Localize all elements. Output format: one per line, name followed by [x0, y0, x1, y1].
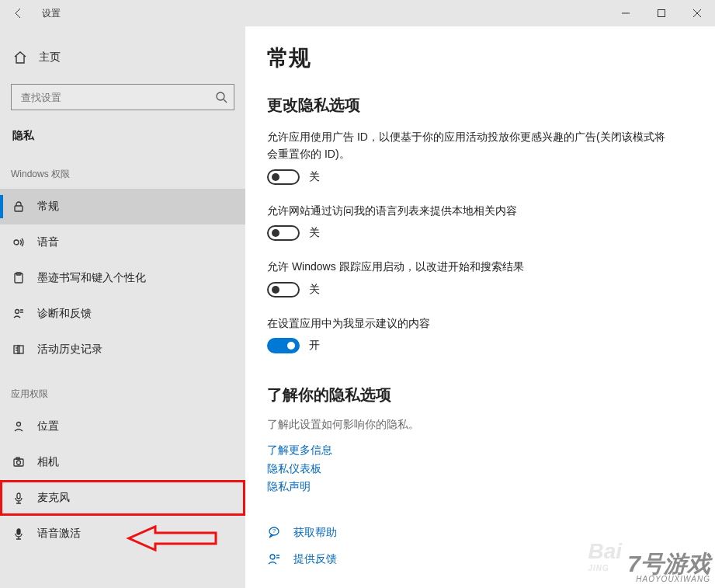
feedback-icon	[267, 552, 281, 566]
camera-icon	[12, 456, 25, 468]
home-button[interactable]: 主页	[0, 42, 245, 73]
svg-rect-11	[14, 346, 19, 353]
search-box[interactable]	[11, 84, 234, 110]
nav-label: 麦克风	[37, 491, 70, 505]
nav-label: 诊断和反馈	[37, 307, 92, 321]
help-icon: ?	[267, 526, 281, 540]
nav-item-diagnostics[interactable]: 诊断和反馈	[0, 296, 245, 332]
window-controls	[608, 0, 715, 26]
privacy-option: 允许网站通过访问我的语言列表来提供本地相关内容关	[267, 202, 671, 241]
page-title: 常规	[267, 43, 715, 73]
toggle-switch[interactable]	[267, 225, 300, 241]
privacy-option: 在设置应用中为我显示建议的内容开	[267, 315, 671, 353]
nav-label: 活动历史记录	[37, 343, 102, 357]
home-icon	[13, 50, 27, 64]
search-input[interactable]	[21, 92, 215, 103]
svg-rect-20	[17, 529, 20, 534]
nav-label: 常规	[37, 200, 59, 214]
section-header-app-permissions: 应用权限	[0, 367, 245, 409]
option-description: 允许应用使用广告 ID，以便基于你的应用活动投放你更感兴趣的广告(关闭该模式将会…	[267, 128, 671, 163]
nav-label: 语音	[37, 235, 59, 249]
toggle-state-label: 开	[309, 339, 320, 353]
category-title: 隐私	[0, 110, 245, 148]
svg-text:?: ?	[272, 527, 276, 534]
maximize-button[interactable]	[644, 0, 679, 26]
toggle-state-label: 关	[309, 170, 320, 184]
nav-item-activity-history[interactable]: 活动历史记录	[0, 332, 245, 367]
location-icon	[12, 420, 25, 433]
arrow-left-icon	[12, 7, 25, 19]
nav-item-camera[interactable]: 相机	[0, 444, 245, 480]
section-header-windows-permissions: Windows 权限	[0, 148, 245, 189]
svg-point-7	[14, 240, 19, 245]
nav-item-location[interactable]: 位置	[0, 409, 245, 444]
svg-line-5	[224, 99, 227, 103]
section-title-change-privacy: 更改隐私选项	[267, 95, 715, 116]
privacy-option: 允许应用使用广告 ID，以便基于你的应用活动投放你更感兴趣的广告(关闭该模式将会…	[267, 128, 671, 185]
learn-description: 了解此设置如何影响你的隐私。	[267, 418, 715, 432]
nav-item-voice-activation[interactable]: 语音激活	[0, 516, 245, 551]
svg-point-4	[217, 92, 224, 100]
privacy-option: 允许 Windows 跟踪应用启动，以改进开始和搜索结果关	[267, 258, 671, 297]
minimize-icon	[622, 9, 630, 17]
sidebar: 主页 隐私 Windows 权限 常规 语音 墨迹书写和键入个性化 诊断和反馈 …	[0, 26, 245, 588]
history-icon	[12, 343, 25, 356]
toggle-state-label: 关	[309, 283, 320, 297]
svg-rect-1	[658, 10, 665, 17]
help-link-row[interactable]: 提供反馈	[267, 552, 715, 566]
clipboard-icon	[12, 272, 25, 284]
nav-label: 相机	[37, 455, 59, 469]
option-description: 允许 Windows 跟踪应用启动，以改进开始和搜索结果	[267, 258, 671, 275]
option-description: 在设置应用中为我显示建议的内容	[267, 315, 671, 332]
toggle-state-label: 关	[309, 226, 320, 240]
help-link-label: 提供反馈	[293, 552, 337, 566]
nav-item-speech[interactable]: 语音	[0, 224, 245, 260]
toggle-switch[interactable]	[267, 169, 300, 185]
svg-point-15	[17, 423, 21, 426]
help-link-label: 获取帮助	[293, 526, 337, 540]
privacy-link[interactable]: 隐私仪表板	[267, 461, 715, 477]
nav-label: 位置	[37, 419, 59, 433]
privacy-link[interactable]: 隐私声明	[267, 479, 715, 495]
home-label: 主页	[39, 50, 61, 64]
maximize-icon	[658, 9, 665, 17]
window-title: 设置	[42, 7, 61, 20]
nav-label: 语音激活	[37, 527, 81, 541]
nav-item-microphone[interactable]: 麦克风	[0, 480, 245, 516]
svg-point-17	[17, 461, 21, 464]
svg-rect-12	[18, 346, 23, 353]
close-icon	[693, 9, 701, 17]
svg-point-10	[16, 310, 19, 314]
privacy-link[interactable]: 了解更多信息	[267, 443, 715, 458]
search-icon	[215, 91, 227, 103]
nav-label: 墨迹书写和键入个性化	[37, 271, 146, 285]
help-link-row[interactable]: ?获取帮助	[267, 526, 715, 540]
section-title-learn: 了解你的隐私选项	[267, 384, 715, 405]
feedback-icon	[12, 308, 25, 320]
content-area: 常规 更改隐私选项 允许应用使用广告 ID，以便基于你的应用活动投放你更感兴趣的…	[245, 26, 715, 588]
svg-rect-16	[14, 459, 23, 466]
lock-icon	[12, 200, 25, 213]
minimize-button[interactable]	[608, 0, 644, 26]
back-button[interactable]	[0, 0, 37, 26]
svg-point-23	[270, 555, 275, 559]
voice-activation-icon	[12, 527, 25, 540]
nav-item-general[interactable]: 常规	[0, 189, 245, 224]
svg-rect-18	[16, 458, 19, 459]
toggle-switch[interactable]	[267, 338, 300, 353]
toggle-switch[interactable]	[267, 282, 300, 297]
nav-item-inking[interactable]: 墨迹书写和键入个性化	[0, 260, 245, 296]
svg-rect-19	[17, 493, 20, 499]
option-description: 允许网站通过访问我的语言列表来提供本地相关内容	[267, 202, 671, 219]
close-button[interactable]	[679, 0, 715, 26]
svg-rect-6	[15, 206, 23, 211]
titlebar: 设置	[0, 0, 715, 26]
speech-icon	[12, 236, 25, 249]
microphone-icon	[12, 492, 25, 504]
